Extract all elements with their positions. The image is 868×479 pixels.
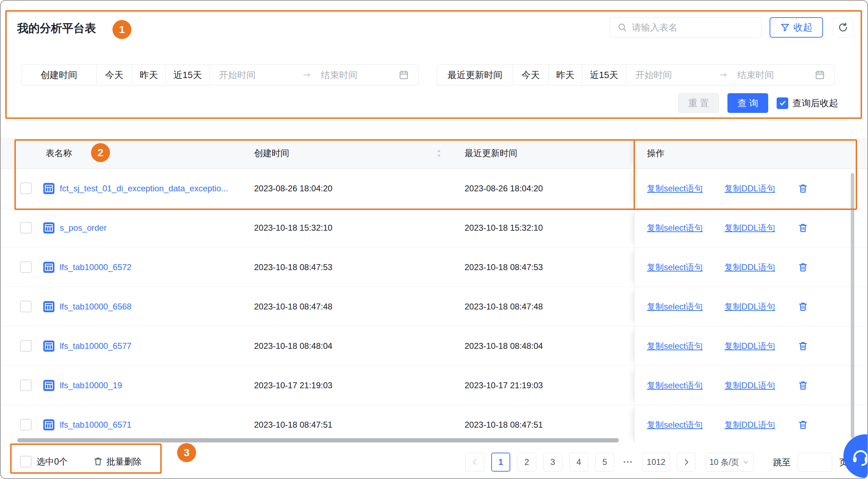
vertical-scrollbar[interactable]	[851, 173, 854, 438]
copy-ddl-link[interactable]: 复制DDL语句	[725, 222, 775, 234]
row-checkbox[interactable]	[20, 419, 32, 430]
row-checkbox[interactable]	[20, 183, 32, 194]
created-time: 2023-10-18 15:32:10	[251, 208, 464, 247]
table-row: lfs_tab10000_6577 2023-10-18 08:48:04 20…	[1, 326, 868, 366]
page-size-select[interactable]: 10 条/页	[706, 453, 753, 472]
page-button-3[interactable]: 3	[543, 453, 562, 472]
create-time-range-picker[interactable]: 开始时间 结束时间	[210, 65, 418, 85]
table-name-link[interactable]: s_pos_order	[60, 223, 106, 233]
table-icon	[42, 379, 56, 392]
copy-ddl-link[interactable]: 复制DDL语句	[725, 183, 775, 194]
updated-time: 2023-10-18 08:48:04	[464, 326, 634, 365]
trash-icon[interactable]	[798, 301, 808, 312]
table-name-link[interactable]: lfs_tab10000_19	[60, 381, 122, 390]
table-name-link[interactable]: lfs_tab10000_6571	[60, 420, 131, 430]
row-checkbox[interactable]	[20, 301, 32, 312]
select-all-checkbox[interactable]	[20, 456, 32, 467]
page-button-last[interactable]: 1012	[642, 453, 670, 472]
start-time-placeholder: 开始时间	[219, 69, 302, 81]
trash-icon[interactable]	[798, 380, 808, 391]
page-button-2[interactable]: 2	[517, 453, 536, 472]
filter-icon	[780, 23, 790, 32]
copy-select-link[interactable]: 复制select语句	[647, 380, 703, 391]
next-page-button[interactable]	[677, 453, 696, 472]
create-time-yesterday-button[interactable]: 昨天	[132, 65, 166, 85]
trash-icon[interactable]	[798, 183, 808, 194]
update-time-today-button[interactable]: 今天	[513, 65, 549, 85]
prev-page-button[interactable]	[465, 453, 484, 472]
trash-icon[interactable]	[798, 420, 808, 430]
copy-ddl-link[interactable]: 复制DDL语句	[725, 340, 775, 352]
refresh-button[interactable]	[833, 17, 853, 38]
collapse-after-query: 查询后收起	[777, 93, 838, 113]
refresh-icon	[837, 22, 849, 33]
sort-icon[interactable]	[436, 148, 442, 159]
copy-select-link[interactable]: 复制select语句	[647, 419, 703, 430]
row-checkbox[interactable]	[20, 222, 32, 234]
updated-time: 2023-10-17 21:19:03	[464, 366, 634, 405]
updated-time: 2023-10-18 08:47:48	[464, 287, 634, 326]
table-icon	[42, 418, 56, 432]
batch-delete-icon[interactable]	[93, 456, 103, 466]
copy-select-link[interactable]: 复制select语句	[647, 222, 703, 234]
table-row: lfs_tab10000_6568 2023-10-18 08:47:48 20…	[1, 287, 868, 326]
column-header-name: 表名称	[39, 138, 251, 168]
pagination: 1 2 3 4 5 ••• 1012 10 条/页 跳至 页	[465, 453, 848, 472]
trash-icon[interactable]	[798, 223, 808, 233]
table-row: lfs_tab10000_19 2023-10-17 21:19:03 2023…	[1, 366, 868, 405]
more-pages-button[interactable]: •••	[621, 459, 635, 466]
copy-select-link[interactable]: 复制select语句	[647, 340, 703, 352]
copy-select-link[interactable]: 复制select语句	[647, 262, 703, 273]
query-button[interactable]: 查 询	[727, 93, 768, 113]
updated-time: 2023-10-18 08:47:53	[464, 248, 634, 287]
table-name-link[interactable]: lfs_tab10000_6568	[60, 302, 131, 312]
copy-ddl-link[interactable]: 复制DDL语句	[725, 262, 775, 273]
create-time-last15-button[interactable]: 近15天	[166, 65, 210, 85]
create-time-label: 创建时间	[21, 65, 97, 85]
page-button-1[interactable]: 1	[491, 453, 510, 472]
copy-ddl-link[interactable]: 复制DDL语句	[725, 419, 775, 430]
batch-delete-label[interactable]: 批量删除	[106, 456, 142, 467]
jump-page-input[interactable]	[798, 453, 832, 472]
horizontal-scrollbar[interactable]	[17, 438, 619, 442]
row-checkbox[interactable]	[20, 379, 32, 391]
created-time: 2023-10-17 21:19:03	[251, 366, 464, 405]
trash-icon[interactable]	[798, 341, 808, 351]
table-name-link[interactable]: fct_sj_test_01_di_exception_data_excepti…	[60, 184, 228, 193]
search-input[interactable]	[632, 22, 754, 33]
table-name-link[interactable]: lfs_tab10000_6572	[60, 262, 131, 272]
page-button-4[interactable]: 4	[569, 453, 588, 472]
selected-count: 选中0个	[37, 456, 68, 467]
updated-time: 2023-10-18 15:32:10	[464, 208, 634, 247]
table-search-box[interactable]	[610, 17, 762, 38]
tables-list: 表名称 创建时间 最近更新时间 操作 fct_sj_test_01_di_exc…	[1, 138, 868, 442]
collapse-after-query-checkbox[interactable]	[777, 97, 788, 109]
table-header-row: 表名称 创建时间 最近更新时间 操作	[1, 138, 868, 169]
copy-select-link[interactable]: 复制select语句	[647, 301, 703, 312]
table-icon	[42, 182, 56, 195]
table-icon	[42, 300, 56, 313]
row-checkbox[interactable]	[20, 340, 32, 352]
reset-button[interactable]: 重 置	[678, 93, 719, 113]
column-header-created: 创建时间	[251, 138, 464, 168]
create-time-today-button[interactable]: 今天	[97, 65, 132, 85]
annotation-badge-3: 3	[177, 443, 196, 462]
update-time-yesterday-button[interactable]: 昨天	[549, 65, 582, 85]
copy-ddl-link[interactable]: 复制DDL语句	[725, 301, 775, 312]
table-icon	[42, 261, 56, 274]
app-window: 我的分析平台表 收起 创建时间 今天 昨天 近15天 开始时间 结束时间	[0, 0, 868, 479]
collapse-filter-button[interactable]: 收起	[770, 17, 823, 38]
annotation-badge-1: 1	[112, 20, 131, 39]
created-time: 2023-10-18 08:48:04	[251, 326, 464, 365]
copy-select-link[interactable]: 复制select语句	[647, 183, 703, 194]
page-button-5[interactable]: 5	[595, 453, 614, 472]
update-time-last15-button[interactable]: 近15天	[582, 65, 626, 85]
table-name-link[interactable]: lfs_tab10000_6577	[60, 341, 131, 351]
row-checkbox[interactable]	[20, 261, 32, 273]
end-time-placeholder: 结束时间	[321, 69, 399, 81]
copy-ddl-link[interactable]: 复制DDL语句	[725, 380, 775, 391]
update-time-range-picker[interactable]: 开始时间 结束时间	[626, 65, 834, 85]
arrow-right-icon	[718, 70, 728, 80]
trash-icon[interactable]	[798, 262, 808, 273]
batch-action-bar: 选中0个 批量删除	[20, 445, 142, 478]
